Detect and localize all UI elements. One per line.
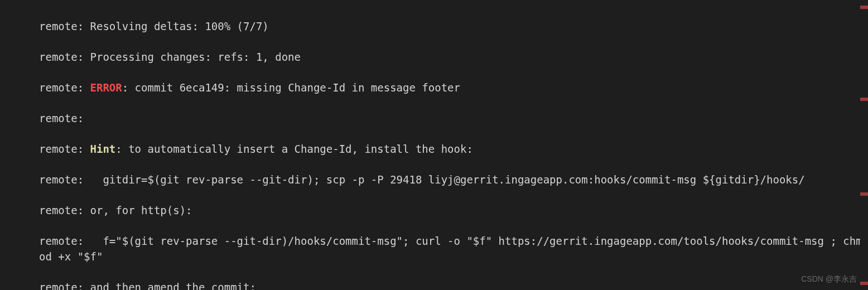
output-line: remote: gitdir=$(git rev-parse --git-dir… (39, 172, 868, 188)
output-line: remote: Hint: to automatically insert a … (39, 142, 868, 157)
output-line: remote: ERROR: commit 6eca149: missing C… (39, 80, 868, 96)
output-line: remote: Processing changes: refs: 1, don… (39, 50, 868, 65)
remote-prefix: remote: (39, 143, 90, 155)
scrollbar-error-marker[interactable] (860, 98, 868, 101)
hint-label: Hint (90, 143, 116, 155)
output-line: remote: and then amend the commit: (39, 280, 868, 290)
error-label: ERROR (90, 81, 122, 94)
watermark: CSDN @李永吉 (801, 273, 857, 284)
remote-prefix: remote: (39, 281, 90, 290)
output-text: or, for http(s): (90, 204, 192, 216)
terminal-output[interactable]: remote: Resolving deltas: 100% (7/7) rem… (0, 3, 868, 290)
output-text: : commit 6eca149: missing Change-Id in m… (122, 81, 460, 94)
scrollbar-error-marker[interactable] (860, 282, 868, 285)
output-line: remote: Resolving deltas: 100% (7/7) (39, 19, 868, 35)
output-line: remote: or, for http(s): (39, 203, 868, 219)
output-text: and then amend the commit: (90, 281, 256, 290)
scrollbar-error-marker[interactable] (860, 6, 868, 9)
remote-prefix: remote: (39, 20, 90, 32)
remote-prefix: remote: (39, 112, 84, 124)
output-text: : to automatically insert a Change-Id, i… (115, 143, 473, 155)
output-text: gitdir=$(git rev-parse --git-dir); scp -… (103, 173, 804, 186)
scrollbar[interactable] (860, 0, 868, 290)
output-line: remote: f="$(git rev-parse --git-dir)/ho… (39, 234, 868, 264)
remote-prefix: remote: (39, 81, 90, 94)
output-text: Processing changes: refs: 1, done (90, 51, 301, 63)
remote-prefix: remote: (39, 51, 90, 63)
output-text: f="$(git rev-parse --git-dir)/hooks/comm… (39, 235, 862, 263)
remote-prefix: remote: (39, 235, 103, 247)
remote-prefix: remote: (39, 173, 103, 186)
remote-prefix: remote: (39, 204, 90, 216)
scrollbar-error-marker[interactable] (860, 192, 868, 196)
output-text: Resolving deltas: 100% (7/7) (90, 20, 269, 32)
output-line: remote: (39, 111, 868, 127)
